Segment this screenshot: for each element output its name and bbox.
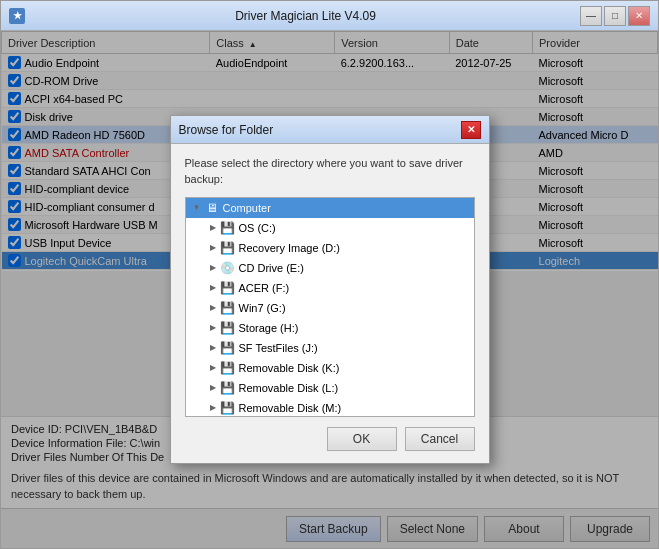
- tree-item-label: Removable Disk (L:): [239, 382, 339, 394]
- tree-expand-icon[interactable]: ▶: [206, 301, 220, 315]
- modal-cancel-button[interactable]: Cancel: [405, 427, 475, 451]
- main-content: Driver Description Class ▲ Version Date: [1, 31, 658, 548]
- modal-body: Please select the directory where you wa…: [171, 144, 489, 463]
- minimize-button[interactable]: —: [580, 6, 602, 26]
- tree-expand-icon[interactable]: ▶: [206, 341, 220, 355]
- tree-folder-icon: 💾: [220, 221, 236, 235]
- tree-item-label: OS (C:): [239, 222, 276, 234]
- main-window: ★ Driver Magician Lite V4.09 — □ ✕ Drive…: [0, 0, 659, 549]
- tree-item-label: Storage (H:): [239, 322, 299, 334]
- tree-folder-icon: 💾: [220, 341, 236, 355]
- tree-item[interactable]: ▶💾Removable Disk (L:): [186, 378, 474, 398]
- close-button[interactable]: ✕: [628, 6, 650, 26]
- tree-expand-icon[interactable]: ▶: [206, 221, 220, 235]
- folder-tree[interactable]: ▼🖥Computer▶💾OS (C:)▶💾Recovery Image (D:)…: [185, 197, 475, 417]
- modal-overlay: Browse for Folder ✕ Please select the di…: [1, 31, 658, 548]
- tree-item[interactable]: ▶💾Recovery Image (D:): [186, 238, 474, 258]
- tree-expand-icon[interactable]: ▶: [206, 261, 220, 275]
- tree-item-label: Computer: [223, 202, 271, 214]
- modal-description: Please select the directory where you wa…: [185, 156, 475, 187]
- tree-item[interactable]: ▶💾Removable Disk (M:): [186, 398, 474, 417]
- tree-item-label: Removable Disk (K:): [239, 362, 340, 374]
- window-controls: — □ ✕: [580, 6, 650, 26]
- tree-item[interactable]: ▶💾Removable Disk (K:): [186, 358, 474, 378]
- browse-for-folder-dialog: Browse for Folder ✕ Please select the di…: [170, 115, 490, 464]
- tree-expand-icon[interactable]: ▶: [206, 281, 220, 295]
- tree-item[interactable]: ▶💾ACER (F:): [186, 278, 474, 298]
- tree-item[interactable]: ▶💾Win7 (G:): [186, 298, 474, 318]
- tree-folder-icon: 💾: [220, 361, 236, 375]
- tree-folder-icon: 💾: [220, 321, 236, 335]
- tree-expand-icon[interactable]: ▼: [190, 201, 204, 215]
- modal-title-bar: Browse for Folder ✕: [171, 116, 489, 144]
- tree-expand-icon[interactable]: ▶: [206, 241, 220, 255]
- tree-folder-icon: 🖥: [204, 201, 220, 215]
- tree-item-label: CD Drive (E:): [239, 262, 304, 274]
- tree-expand-icon[interactable]: ▶: [206, 321, 220, 335]
- modal-buttons: OK Cancel: [185, 427, 475, 451]
- tree-folder-icon: 💾: [220, 381, 236, 395]
- window-title: Driver Magician Lite V4.09: [31, 9, 580, 23]
- tree-item-label: ACER (F:): [239, 282, 290, 294]
- tree-item[interactable]: ▶💾OS (C:): [186, 218, 474, 238]
- title-bar: ★ Driver Magician Lite V4.09 — □ ✕: [1, 1, 658, 31]
- tree-expand-icon[interactable]: ▶: [206, 361, 220, 375]
- tree-item-label: Win7 (G:): [239, 302, 286, 314]
- tree-item[interactable]: ▶💾SF TestFiles (J:): [186, 338, 474, 358]
- tree-item-label: Recovery Image (D:): [239, 242, 340, 254]
- tree-folder-icon: 💾: [220, 281, 236, 295]
- tree-item[interactable]: ▼🖥Computer: [186, 198, 474, 218]
- tree-item[interactable]: ▶💾Storage (H:): [186, 318, 474, 338]
- tree-folder-icon: 💾: [220, 401, 236, 415]
- tree-folder-icon: 💾: [220, 301, 236, 315]
- tree-expand-icon[interactable]: ▶: [206, 381, 220, 395]
- tree-item[interactable]: ▶💿CD Drive (E:): [186, 258, 474, 278]
- tree-expand-icon[interactable]: ▶: [206, 401, 220, 415]
- tree-item-label: Removable Disk (M:): [239, 402, 342, 414]
- maximize-button[interactable]: □: [604, 6, 626, 26]
- modal-ok-button[interactable]: OK: [327, 427, 397, 451]
- tree-folder-icon: 💾: [220, 241, 236, 255]
- modal-title: Browse for Folder: [179, 123, 274, 137]
- app-icon: ★: [9, 8, 25, 24]
- modal-close-button[interactable]: ✕: [461, 121, 481, 139]
- tree-folder-icon: 💿: [220, 261, 236, 275]
- tree-item-label: SF TestFiles (J:): [239, 342, 318, 354]
